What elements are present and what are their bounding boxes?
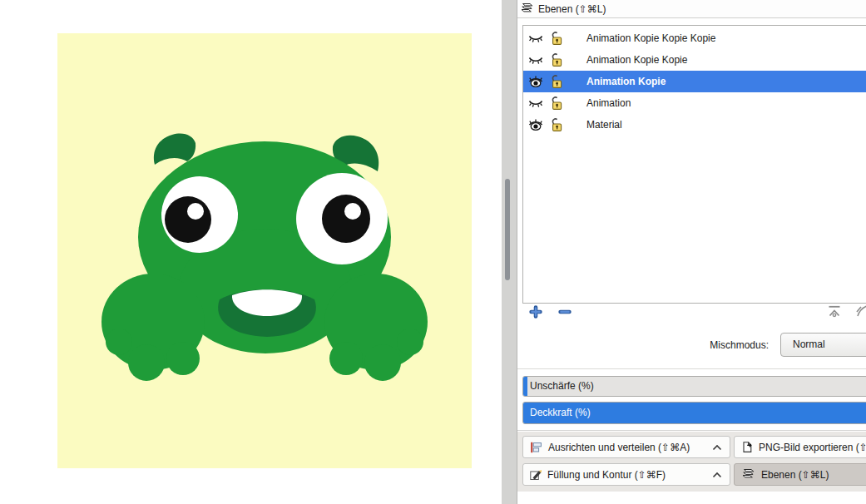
monster-drawing [57, 33, 472, 468]
separator [517, 368, 866, 369]
layers-icon [520, 2, 535, 15]
visibility-open-eye-icon[interactable] [527, 118, 544, 131]
layer-row[interactable]: Animation [523, 92, 866, 114]
dialog-button-fill-stroke[interactable]: Füllung und Kontur (⇧⌘F) [522, 463, 730, 486]
layer-name: Animation Kopie Kopie [586, 54, 687, 66]
export-png-icon [741, 441, 754, 453]
panel-header: Ebenen (⇧⌘L) [517, 0, 866, 18]
dialog-button-label: PNG-Bild exportieren (⇧ [759, 442, 866, 453]
visibility-closed-eye-icon[interactable] [527, 53, 544, 67]
raise-layer-button-cutoff[interactable] [856, 304, 866, 318]
lock-open-icon[interactable] [551, 31, 563, 46]
remove-layer-button[interactable] [558, 305, 572, 319]
visibility-open-eye-icon[interactable] [527, 75, 544, 88]
collapse-chevron-icon[interactable] [711, 443, 723, 452]
visibility-closed-eye-icon[interactable] [527, 32, 544, 45]
align-icon [530, 442, 543, 453]
fill-stroke-icon [530, 468, 542, 481]
canvas-page[interactable] [57, 33, 472, 468]
visibility-closed-eye-icon[interactable] [527, 96, 544, 110]
lock-open-icon[interactable] [551, 74, 563, 89]
dialog-button-label: Ausrichten und verteilen (⇧⌘A) [548, 442, 690, 453]
panel-title: Ebenen (⇧⌘L) [538, 3, 606, 15]
canvas-vertical-scrollbar[interactable] [505, 179, 510, 280]
layers-panel: Ebenen (⇧⌘L) Animation Kopie Kopie Kopie… [517, 0, 866, 504]
collapse-chevron-icon[interactable] [711, 471, 723, 479]
layer-row[interactable]: Animation Kopie Kopie Kopie [523, 27, 866, 49]
raise-layer-to-top-button[interactable] [826, 304, 843, 318]
dialog-button-align-distribute[interactable]: Ausrichten und verteilen (⇧⌘A) [522, 436, 730, 458]
dialog-button-layers[interactable]: Ebenen (⇧⌘L) [734, 463, 866, 486]
layer-row[interactable]: Material [523, 114, 866, 136]
dialog-button-label: Füllung und Kontur (⇧⌘F) [547, 469, 666, 481]
layer-name: Material [586, 119, 622, 131]
layer-list: Animation Kopie Kopie Kopie Animation Ko… [522, 25, 866, 304]
layer-name: Animation Kopie Kopie Kopie [586, 32, 715, 44]
blend-mode-select[interactable]: Normal [780, 333, 866, 357]
blend-mode-label: Mischmodus: [642, 339, 769, 351]
layers-icon [741, 468, 756, 481]
lock-open-icon[interactable] [551, 52, 563, 67]
layer-name: Animation [586, 97, 631, 109]
separator [517, 430, 866, 431]
opacity-slider[interactable]: Deckkraft (%) [522, 402, 866, 424]
lock-open-icon[interactable] [551, 117, 563, 132]
layer-row[interactable]: Animation Kopie Kopie [523, 49, 866, 71]
dialog-button-export-png[interactable]: PNG-Bild exportieren (⇧ [734, 436, 866, 458]
layer-row-selected[interactable]: Animation Kopie [523, 71, 866, 92]
blur-slider-label: Unschärfe (%) [523, 377, 866, 396]
opacity-slider-label: Deckkraft (%) [523, 403, 866, 423]
add-layer-button[interactable] [529, 305, 542, 319]
layer-name: Animation Kopie [586, 76, 666, 87]
lock-open-icon[interactable] [551, 96, 563, 111]
blur-slider[interactable]: Unschärfe (%) [522, 376, 866, 397]
dialog-button-label: Ebenen (⇧⌘L) [761, 469, 829, 481]
app-window: Ebenen (⇧⌘L) Animation Kopie Kopie Kopie… [0, 0, 866, 504]
